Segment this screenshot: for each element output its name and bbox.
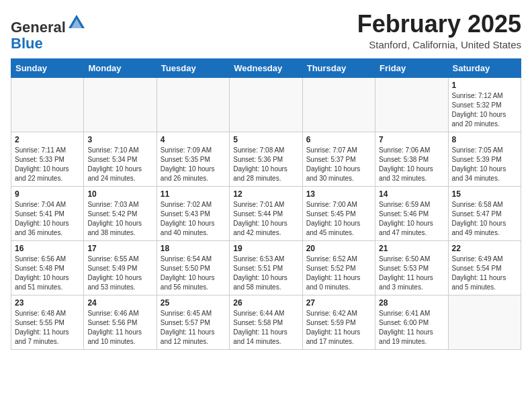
calendar-cell: 19Sunrise: 6:53 AM Sunset: 5:51 PM Dayli… bbox=[230, 241, 302, 295]
calendar-cell bbox=[230, 78, 302, 132]
calendar-cell: 24Sunrise: 6:46 AM Sunset: 5:56 PM Dayli… bbox=[84, 295, 157, 350]
day-number: 27 bbox=[306, 298, 371, 308]
month-title: February 2025 bbox=[357, 11, 521, 38]
calendar-cell bbox=[375, 78, 448, 132]
day-info: Sunrise: 6:55 AM Sunset: 5:49 PM Dayligh… bbox=[87, 255, 152, 292]
calendar-cell bbox=[157, 78, 229, 132]
day-info: Sunrise: 6:58 AM Sunset: 5:47 PM Dayligh… bbox=[452, 200, 517, 238]
day-info: Sunrise: 6:50 AM Sunset: 5:53 PM Dayligh… bbox=[379, 255, 444, 292]
day-number: 10 bbox=[87, 189, 152, 199]
day-info: Sunrise: 6:52 AM Sunset: 5:52 PM Dayligh… bbox=[306, 255, 371, 292]
day-info: Sunrise: 6:54 AM Sunset: 5:50 PM Dayligh… bbox=[161, 255, 226, 292]
day-info: Sunrise: 6:42 AM Sunset: 5:59 PM Dayligh… bbox=[306, 309, 371, 347]
calendar-cell: 14Sunrise: 6:59 AM Sunset: 5:46 PM Dayli… bbox=[375, 187, 448, 241]
day-number: 1 bbox=[452, 81, 517, 90]
logo-general-text: General bbox=[11, 19, 66, 36]
day-number: 17 bbox=[87, 244, 152, 253]
day-number: 20 bbox=[306, 244, 371, 253]
day-number: 11 bbox=[161, 189, 226, 199]
calendar-cell: 9Sunrise: 7:04 AM Sunset: 5:41 PM Daylig… bbox=[11, 187, 84, 241]
day-number: 14 bbox=[379, 189, 444, 199]
weekday-header-sunday: Sunday bbox=[11, 59, 84, 78]
day-info: Sunrise: 7:07 AM Sunset: 5:37 PM Dayligh… bbox=[306, 146, 371, 183]
page-header: General Blue February 2025 Stanford, Cal… bbox=[11, 11, 521, 52]
week-row-3: 9Sunrise: 7:04 AM Sunset: 5:41 PM Daylig… bbox=[11, 187, 521, 241]
calendar-cell: 18Sunrise: 6:54 AM Sunset: 5:50 PM Dayli… bbox=[157, 241, 229, 295]
calendar-cell: 23Sunrise: 6:48 AM Sunset: 5:55 PM Dayli… bbox=[11, 295, 84, 350]
day-number: 7 bbox=[379, 135, 444, 144]
day-number: 24 bbox=[87, 298, 152, 308]
day-info: Sunrise: 7:06 AM Sunset: 5:38 PM Dayligh… bbox=[379, 146, 444, 183]
day-info: Sunrise: 7:11 AM Sunset: 5:33 PM Dayligh… bbox=[15, 146, 80, 183]
day-info: Sunrise: 6:41 AM Sunset: 6:00 PM Dayligh… bbox=[379, 309, 444, 347]
calendar-cell: 11Sunrise: 7:02 AM Sunset: 5:43 PM Dayli… bbox=[157, 187, 229, 241]
calendar-cell: 3Sunrise: 7:10 AM Sunset: 5:34 PM Daylig… bbox=[84, 132, 157, 187]
calendar-cell: 26Sunrise: 6:44 AM Sunset: 5:58 PM Dayli… bbox=[230, 295, 302, 350]
day-info: Sunrise: 6:56 AM Sunset: 5:48 PM Dayligh… bbox=[15, 255, 80, 292]
day-number: 5 bbox=[233, 135, 298, 144]
day-info: Sunrise: 7:10 AM Sunset: 5:34 PM Dayligh… bbox=[87, 146, 152, 183]
day-info: Sunrise: 7:00 AM Sunset: 5:45 PM Dayligh… bbox=[306, 200, 371, 238]
calendar-cell: 1Sunrise: 7:12 AM Sunset: 5:32 PM Daylig… bbox=[448, 78, 521, 132]
day-number: 19 bbox=[233, 244, 298, 253]
day-info: Sunrise: 6:48 AM Sunset: 5:55 PM Dayligh… bbox=[15, 309, 80, 347]
calendar-cell: 17Sunrise: 6:55 AM Sunset: 5:49 PM Dayli… bbox=[84, 241, 157, 295]
day-number: 8 bbox=[452, 135, 517, 144]
day-info: Sunrise: 6:44 AM Sunset: 5:58 PM Dayligh… bbox=[233, 309, 298, 347]
day-info: Sunrise: 7:12 AM Sunset: 5:32 PM Dayligh… bbox=[452, 91, 517, 129]
day-info: Sunrise: 7:05 AM Sunset: 5:39 PM Dayligh… bbox=[452, 146, 517, 183]
day-info: Sunrise: 6:59 AM Sunset: 5:46 PM Dayligh… bbox=[379, 200, 444, 238]
calendar-cell: 28Sunrise: 6:41 AM Sunset: 6:00 PM Dayli… bbox=[375, 295, 448, 350]
calendar-cell: 2Sunrise: 7:11 AM Sunset: 5:33 PM Daylig… bbox=[11, 132, 84, 187]
logo: General Blue bbox=[11, 13, 86, 52]
day-info: Sunrise: 7:09 AM Sunset: 5:35 PM Dayligh… bbox=[161, 146, 226, 183]
calendar-cell: 15Sunrise: 6:58 AM Sunset: 5:47 PM Dayli… bbox=[448, 187, 521, 241]
week-row-5: 23Sunrise: 6:48 AM Sunset: 5:55 PM Dayli… bbox=[11, 295, 521, 350]
day-info: Sunrise: 7:01 AM Sunset: 5:44 PM Dayligh… bbox=[233, 200, 298, 238]
weekday-header-friday: Friday bbox=[375, 59, 448, 78]
weekday-header-row: SundayMondayTuesdayWednesdayThursdayFrid… bbox=[11, 59, 521, 78]
week-row-1: 1Sunrise: 7:12 AM Sunset: 5:32 PM Daylig… bbox=[11, 78, 521, 132]
day-info: Sunrise: 7:02 AM Sunset: 5:43 PM Dayligh… bbox=[161, 200, 226, 238]
day-info: Sunrise: 7:03 AM Sunset: 5:42 PM Dayligh… bbox=[87, 200, 152, 238]
weekday-header-wednesday: Wednesday bbox=[230, 59, 302, 78]
calendar-cell: 22Sunrise: 6:49 AM Sunset: 5:54 PM Dayli… bbox=[448, 241, 521, 295]
calendar-cell: 27Sunrise: 6:42 AM Sunset: 5:59 PM Dayli… bbox=[302, 295, 375, 350]
day-number: 16 bbox=[15, 244, 80, 253]
day-number: 15 bbox=[452, 189, 517, 199]
calendar-cell bbox=[448, 295, 521, 350]
day-number: 18 bbox=[161, 244, 226, 253]
week-row-2: 2Sunrise: 7:11 AM Sunset: 5:33 PM Daylig… bbox=[11, 132, 521, 187]
calendar-cell: 21Sunrise: 6:50 AM Sunset: 5:53 PM Dayli… bbox=[375, 241, 448, 295]
calendar-cell: 4Sunrise: 7:09 AM Sunset: 5:35 PM Daylig… bbox=[157, 132, 229, 187]
weekday-header-tuesday: Tuesday bbox=[157, 59, 229, 78]
calendar-cell: 7Sunrise: 7:06 AM Sunset: 5:38 PM Daylig… bbox=[375, 132, 448, 187]
weekday-header-saturday: Saturday bbox=[448, 59, 521, 78]
day-info: Sunrise: 6:46 AM Sunset: 5:56 PM Dayligh… bbox=[87, 309, 152, 347]
calendar-table: SundayMondayTuesdayWednesdayThursdayFrid… bbox=[11, 58, 521, 350]
day-number: 12 bbox=[233, 189, 298, 199]
calendar-cell: 6Sunrise: 7:07 AM Sunset: 5:37 PM Daylig… bbox=[302, 132, 375, 187]
day-info: Sunrise: 7:08 AM Sunset: 5:36 PM Dayligh… bbox=[233, 146, 298, 183]
day-number: 6 bbox=[306, 135, 371, 144]
calendar-cell: 12Sunrise: 7:01 AM Sunset: 5:44 PM Dayli… bbox=[230, 187, 302, 241]
weekday-header-thursday: Thursday bbox=[302, 59, 375, 78]
location-text: Stanford, California, United States bbox=[357, 39, 521, 50]
day-number: 13 bbox=[306, 189, 371, 199]
day-number: 4 bbox=[161, 135, 226, 144]
day-info: Sunrise: 6:45 AM Sunset: 5:57 PM Dayligh… bbox=[161, 309, 226, 347]
day-number: 26 bbox=[233, 298, 298, 308]
calendar-cell: 8Sunrise: 7:05 AM Sunset: 5:39 PM Daylig… bbox=[448, 132, 521, 187]
weekday-header-monday: Monday bbox=[84, 59, 157, 78]
calendar-cell bbox=[11, 78, 84, 132]
calendar-cell: 20Sunrise: 6:52 AM Sunset: 5:52 PM Dayli… bbox=[302, 241, 375, 295]
day-info: Sunrise: 6:49 AM Sunset: 5:54 PM Dayligh… bbox=[452, 255, 517, 292]
day-number: 23 bbox=[15, 298, 80, 308]
day-number: 9 bbox=[15, 189, 80, 199]
calendar-cell: 10Sunrise: 7:03 AM Sunset: 5:42 PM Dayli… bbox=[84, 187, 157, 241]
day-info: Sunrise: 6:53 AM Sunset: 5:51 PM Dayligh… bbox=[233, 255, 298, 292]
day-number: 28 bbox=[379, 298, 444, 308]
week-row-4: 16Sunrise: 6:56 AM Sunset: 5:48 PM Dayli… bbox=[11, 241, 521, 295]
day-number: 3 bbox=[87, 135, 152, 144]
logo-icon bbox=[67, 13, 86, 32]
